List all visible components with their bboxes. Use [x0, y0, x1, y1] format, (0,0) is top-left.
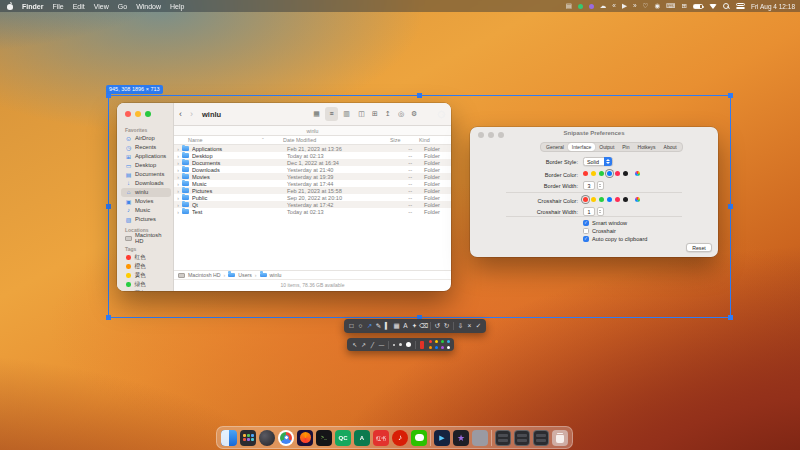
sidebar-tag-orange[interactable]: 橙色 [121, 262, 171, 271]
file-row-movies[interactable]: ›MoviesYesterday at 19:39--Folder [174, 173, 451, 180]
disclosure-icon[interactable]: › [174, 146, 182, 152]
dock-item-star-app[interactable]: ★ [453, 430, 469, 446]
menu-help[interactable]: Help [170, 3, 184, 10]
record-status-icon[interactable]: ◉ [654, 0, 660, 12]
menu-go[interactable]: Go [118, 3, 127, 10]
sidebar-item-pictures[interactable]: ▨Pictures [121, 215, 171, 224]
crosshair-checkbox[interactable]: Crosshair [583, 228, 616, 234]
sidebar-tag-red[interactable]: 红色 [121, 253, 171, 262]
finder-toolbar[interactable]: ‹ › winlu ▦ ≡ ▥ ◫ ⊞ ↥ ◎ ⚙ [174, 103, 451, 126]
stroke-style-2-icon[interactable]: ↗ [359, 338, 368, 352]
border-color-yellow[interactable] [591, 171, 596, 176]
minimize-button[interactable] [135, 111, 141, 117]
sidebar-item-airdrop[interactable]: ⊙AirDrop [121, 134, 171, 143]
heart-status-icon[interactable]: ♡ [643, 0, 649, 12]
undo-icon[interactable]: ↺ [433, 319, 442, 333]
disclosure-icon[interactable]: › [174, 202, 182, 208]
disclosure-icon[interactable]: › [174, 160, 182, 166]
palette-color[interactable] [435, 340, 439, 344]
sidebar-item-downloads[interactable]: ↓Downloads [121, 179, 171, 188]
preferences-window[interactable]: Snipaste Preferences General Interface O… [470, 127, 718, 257]
menu-edit[interactable]: Edit [73, 3, 85, 10]
path-segment-home[interactable]: winlu [270, 272, 282, 278]
smart-window-checkbox[interactable]: ✓ Smart window [583, 220, 627, 226]
control-center-icon[interactable] [736, 3, 745, 10]
menu-view[interactable]: View [94, 3, 109, 10]
media-next-icon[interactable]: » [633, 0, 637, 12]
sidebar-tag-blue[interactable]: 蓝色 [121, 289, 171, 291]
size-large-dot-selected[interactable] [406, 342, 411, 347]
checkbox-unchecked-icon[interactable] [583, 228, 589, 234]
crosshair-color-blue[interactable] [607, 197, 612, 202]
selection-handle-ne[interactable] [728, 93, 733, 98]
save-icon[interactable]: ⇩ [456, 319, 465, 333]
checkbox-checked-icon[interactable]: ✓ [583, 220, 589, 226]
column-date-modified[interactable]: Date Modified [283, 136, 316, 145]
tab-output[interactable]: Output [595, 143, 618, 151]
text-tool-icon[interactable]: A [401, 319, 410, 333]
palette-color[interactable] [441, 346, 445, 350]
list-column-headers[interactable]: Name ˆ Date Modified Size Kind [174, 136, 451, 145]
border-width-value[interactable]: 3 [583, 181, 595, 190]
auto-copy-checkbox[interactable]: ✓ Auto copy to clipboard [583, 236, 647, 242]
column-view-button[interactable]: ▥ [340, 107, 353, 121]
sidebar-tag-green[interactable]: 绿色 [121, 280, 171, 289]
stroke-style-1-icon[interactable]: ↖ [350, 338, 359, 352]
tab-about[interactable]: About [660, 143, 681, 151]
ellipse-tool-icon[interactable]: ○ [356, 319, 365, 333]
share-button[interactable]: ↥ [385, 109, 391, 119]
size-medium-dot[interactable] [399, 343, 402, 346]
group-by-button[interactable]: ⊞ [372, 109, 378, 119]
crosshair-color-pink[interactable] [615, 197, 620, 202]
green-status-icon[interactable] [578, 4, 583, 9]
border-width-field[interactable]: 3 [583, 181, 604, 190]
border-color-black[interactable] [623, 171, 628, 176]
sidebar-item-movies[interactable]: ▣Movies [121, 197, 171, 206]
disclosure-icon[interactable]: › [174, 153, 182, 159]
palette-color[interactable] [447, 346, 451, 350]
stack-status-icon[interactable]: ▤ [566, 0, 572, 12]
dock-trash[interactable] [552, 430, 568, 446]
gallery-view-button[interactable]: ◫ [355, 107, 368, 121]
dock-item-launchpad[interactable] [240, 430, 256, 446]
sidebar-item-music[interactable]: ♪Music [121, 206, 171, 215]
dock-item-rednote[interactable]: 红书 [373, 430, 389, 446]
rectangle-tool-icon[interactable]: □ [347, 319, 356, 333]
disclosure-icon[interactable]: › [174, 188, 182, 194]
dock-minimized-window-3[interactable] [533, 430, 549, 446]
palette-color[interactable] [441, 340, 445, 344]
sidebar-item-home-winlu[interactable]: ⌂winlu [121, 188, 171, 197]
selection-handle-w[interactable] [106, 204, 111, 209]
file-row-pictures[interactable]: ›PicturesFeb 21, 2023 at 15:58--Folder [174, 187, 451, 194]
file-row-qt[interactable]: ›QtYesterday at 17:42--Folder [174, 201, 451, 208]
dock-item-wechat[interactable] [411, 430, 427, 446]
dock-item-globe-app[interactable] [259, 430, 275, 446]
border-color-red[interactable] [583, 171, 588, 176]
path-segment-disk[interactable]: Macintosh HD [188, 272, 221, 278]
stepper-icon[interactable] [597, 207, 604, 216]
purple-status-icon[interactable] [589, 4, 594, 9]
file-row-public[interactable]: ›PublicSep 20, 2022 at 20:10--Folder [174, 194, 451, 201]
dock-minimized-window-2[interactable] [514, 430, 530, 446]
marker-tool-icon[interactable]: ▍ [383, 319, 392, 333]
media-previous-icon[interactable]: « [612, 0, 616, 12]
palette-color[interactable] [429, 340, 433, 344]
crosshair-width-field[interactable]: 1 [583, 207, 604, 216]
disclosure-icon[interactable]: › [174, 195, 182, 201]
crosshair-color-green[interactable] [599, 197, 604, 202]
sidebar-item-desktop[interactable]: ▭Desktop [121, 161, 171, 170]
icon-view-button[interactable]: ▦ [310, 107, 323, 121]
stroke-style-3-icon[interactable]: ╱ [368, 338, 377, 352]
crosshair-color-yellow[interactable] [591, 197, 596, 202]
selection-handle-se[interactable] [728, 315, 733, 320]
dock-item-firefox[interactable] [297, 430, 313, 446]
file-row-music[interactable]: ›MusicYesterday at 17:44--Folder [174, 180, 451, 187]
selection-handle-e[interactable] [728, 204, 733, 209]
border-color-blue-selected[interactable] [607, 171, 612, 176]
crosshair-color-black[interactable] [623, 197, 628, 202]
tab-general[interactable]: General [542, 143, 568, 151]
dock-item-terminal[interactable]: >_ [316, 430, 332, 446]
back-button[interactable]: ‹ [179, 110, 182, 119]
list-view-button[interactable]: ≡ [325, 107, 338, 121]
arrow-tool-icon[interactable]: ↗ [365, 319, 374, 333]
